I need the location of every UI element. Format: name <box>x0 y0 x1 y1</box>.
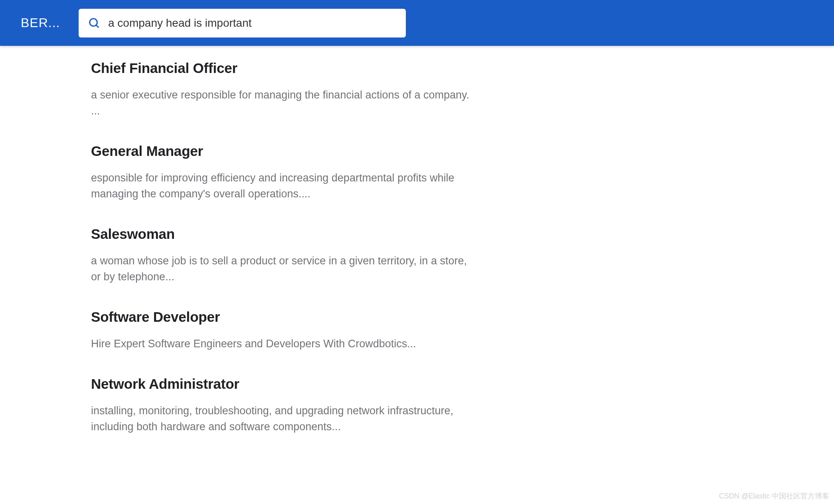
result-title: Chief Financial Officer <box>91 60 487 76</box>
svg-point-0 <box>90 18 97 26</box>
result-item[interactable]: Chief Financial Officer a senior executi… <box>91 60 487 119</box>
result-title: Saleswoman <box>91 226 487 242</box>
search-box[interactable] <box>79 9 406 37</box>
result-description: a senior executive responsible for manag… <box>91 87 478 119</box>
search-icon <box>88 17 100 29</box>
result-item[interactable]: General Manager esponsible for improving… <box>91 143 487 202</box>
brand-label: BER... <box>21 16 63 30</box>
search-input[interactable] <box>108 17 396 30</box>
result-item[interactable]: Network Administrator installing, monito… <box>91 376 487 435</box>
result-description: installing, monitoring, troubleshooting,… <box>91 403 478 435</box>
result-title: General Manager <box>91 143 487 159</box>
search-results: Chief Financial Officer a senior executi… <box>0 46 487 435</box>
app-header: BER... <box>0 0 834 46</box>
svg-line-1 <box>96 25 99 28</box>
watermark: CSDN @Elastic 中国社区官方博客 <box>719 491 829 501</box>
result-title: Software Developer <box>91 309 487 325</box>
result-item[interactable]: Software Developer Hire Expert Software … <box>91 309 487 352</box>
result-title: Network Administrator <box>91 376 487 392</box>
result-description: esponsible for improving efficiency and … <box>91 170 478 202</box>
result-description: Hire Expert Software Engineers and Devel… <box>91 336 478 352</box>
result-description: a woman whose job is to sell a product o… <box>91 253 478 285</box>
result-item[interactable]: Saleswoman a woman whose job is to sell … <box>91 226 487 285</box>
